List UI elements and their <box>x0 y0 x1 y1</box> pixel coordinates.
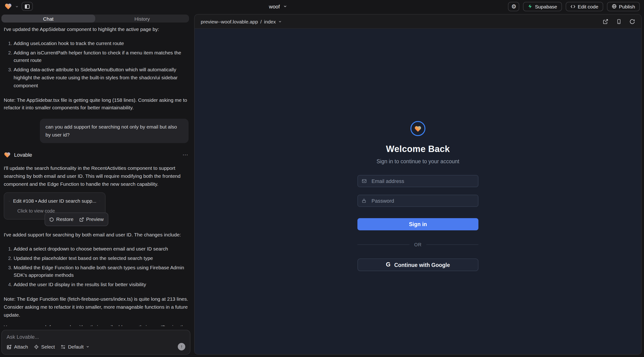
divider-line <box>358 244 410 245</box>
project-name: woof <box>269 4 280 9</box>
composer: Attach Select Defaul <box>2 330 190 355</box>
app-logo <box>410 121 426 136</box>
divider-line <box>426 244 478 245</box>
assistant-paragraph: I've updated the AppSidebar component to… <box>4 25 188 33</box>
code-icon <box>9 199 10 203</box>
image-attach-icon <box>6 344 12 349</box>
preview-viewport: Welcome Back Sign in to continue to your… <box>195 28 641 354</box>
refresh-button[interactable] <box>630 18 635 24</box>
assistant-name: Lovable <box>14 151 32 159</box>
settings-button[interactable]: ⚙ <box>508 2 520 11</box>
login-card: Welcome Back Sign in to continue to your… <box>358 121 478 271</box>
assistant-list: Adding useLocation hook to track the cur… <box>4 40 188 90</box>
mobile-view-button[interactable] <box>616 18 622 24</box>
chevron-down-icon <box>15 4 19 8</box>
supabase-button[interactable]: Supabase <box>523 2 562 11</box>
assistant-list: Added a select dropdown to choose betwee… <box>4 245 188 288</box>
top-bar-left <box>4 2 33 11</box>
preview-page: index <box>264 18 276 24</box>
edit-card-title: Edit #108 • Add user ID search supp... <box>13 197 96 205</box>
model-selector[interactable]: Default <box>60 344 90 350</box>
external-link-icon <box>79 217 84 222</box>
list-item: Added a select dropdown to choose betwee… <box>14 245 188 253</box>
model-label: Default <box>68 344 84 350</box>
project-title-menu[interactable]: woof <box>269 4 288 9</box>
chevron-down-icon <box>86 345 90 348</box>
assistant-paragraph: I'll update the search functionality in … <box>4 164 188 188</box>
smartphone-icon <box>616 18 622 24</box>
path-separator: / <box>260 18 262 24</box>
top-bar-actions: ⚙ Supabase Edit code Publish <box>508 2 640 11</box>
preview-label: Preview <box>86 216 104 224</box>
password-field-wrap <box>358 195 478 207</box>
edit-code-button[interactable]: Edit code <box>566 2 603 11</box>
preview-version-button[interactable]: Preview <box>79 216 104 224</box>
password-field[interactable] <box>358 195 478 207</box>
publish-label: Publish <box>619 4 635 9</box>
select-label: Select <box>41 344 55 350</box>
tab-chat[interactable]: Chat <box>2 14 95 22</box>
sidebar-toggle-button[interactable] <box>22 2 33 11</box>
attach-button[interactable]: Attach <box>6 344 28 350</box>
or-divider: OR <box>358 242 478 247</box>
code-icon <box>570 4 576 9</box>
preview-panel: preview--woof.lovable.app / index <box>194 14 642 355</box>
sign-in-button[interactable]: Sign in <box>358 218 478 230</box>
refresh-icon <box>630 18 635 24</box>
chevron-down-icon <box>278 20 282 23</box>
assistant-note: Note: The AppSidebar.tsx file is getting… <box>4 96 188 112</box>
assistant-note: Note: The Edge Function file (fetch-fire… <box>4 295 188 319</box>
gear-icon: ⚙ <box>511 4 516 9</box>
heart-icon <box>4 152 11 158</box>
chevron-right-icon <box>100 199 100 203</box>
or-label: OR <box>414 242 422 247</box>
publish-button[interactable]: Publish <box>607 2 640 11</box>
email-field-wrap <box>358 175 478 187</box>
chat-message-list[interactable]: I've updated the AppSidebar component to… <box>0 22 192 326</box>
lovable-heart-logo[interactable] <box>4 3 12 10</box>
google-g-icon: G <box>386 262 390 268</box>
chevron-down-icon <box>283 4 287 8</box>
heart-icon <box>414 125 422 132</box>
top-bar: woof ⚙ Supabase Edit code <box>0 0 644 13</box>
preview-controls <box>603 18 635 24</box>
edit-version-card[interactable]: Edit #108 • Add user ID search supp... C… <box>4 192 106 220</box>
open-in-new-tab-button[interactable] <box>603 18 608 24</box>
login-subtitle: Sign in to continue to your account <box>377 158 460 164</box>
list-item: Updated the placeholder text based on th… <box>14 254 188 262</box>
chat-history-tabs: Chat History <box>2 14 189 22</box>
google-sign-in-button[interactable]: G Continue with Google <box>358 258 478 271</box>
google-button-label: Continue with Google <box>394 262 450 268</box>
message-more-menu[interactable]: ⋯ <box>182 150 188 160</box>
list-item: Added the user ID display in the results… <box>14 280 188 288</box>
panel-left-icon <box>24 4 30 9</box>
select-element-button[interactable]: Select <box>34 344 55 350</box>
lock-icon <box>362 198 366 203</box>
preview-url[interactable]: preview--woof.lovable.app / index <box>201 18 282 24</box>
restore-button[interactable]: Restore <box>49 216 74 224</box>
main-split: Chat History I've updated the AppSidebar… <box>0 13 644 357</box>
assistant-paragraph: You can now search for users by either t… <box>4 324 188 326</box>
external-link-icon <box>603 18 608 24</box>
sliders-icon <box>60 344 66 349</box>
supabase-icon <box>528 4 532 9</box>
list-item: Adding an isCurrentPath helper function … <box>14 48 188 64</box>
composer-toolbar: Attach Select Defaul <box>6 343 185 350</box>
mail-icon <box>362 179 367 184</box>
send-button[interactable]: ↑ <box>178 343 185 350</box>
globe-icon <box>612 4 616 9</box>
tab-history[interactable]: History <box>95 14 189 22</box>
attach-label: Attach <box>14 344 28 350</box>
assistant-header: Lovable ⋯ <box>4 150 188 160</box>
restore-label: Restore <box>56 216 74 224</box>
preview-url-bar: preview--woof.lovable.app / index <box>195 14 641 28</box>
user-message-bubble: can you add support for searching not on… <box>40 119 188 143</box>
select-target-icon <box>34 344 39 349</box>
email-field[interactable] <box>358 175 478 187</box>
chat-input[interactable] <box>6 334 185 340</box>
project-switcher-chevron[interactable] <box>15 4 19 8</box>
preview-domain: preview--woof.lovable.app <box>201 18 258 24</box>
lovable-app: woof ⚙ Supabase Edit code <box>0 0 644 357</box>
assistant-paragraph: I've added support for searching by both… <box>4 231 188 239</box>
login-title: Welcome Back <box>386 144 450 154</box>
